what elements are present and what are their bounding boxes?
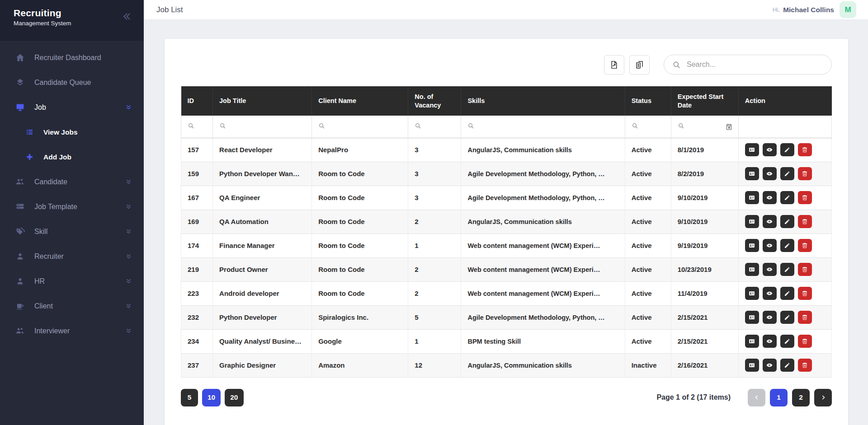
view-button[interactable] [763,287,777,300]
start-date-cell: 8/2/2019 [671,162,738,186]
table-row[interactable]: 237Graphic DesignerAmazon12AngularJS, Co… [181,353,832,377]
search-box[interactable] [664,55,832,75]
export-button[interactable] [604,55,624,75]
copy-columns-button[interactable] [629,55,650,75]
column-header-job-title[interactable]: Job Title [213,86,312,116]
filter-cell-id[interactable] [181,116,213,138]
details-button[interactable] [745,263,759,276]
edit-button[interactable] [780,167,794,180]
edit-button[interactable] [780,311,794,324]
view-button[interactable] [763,143,777,156]
view-button[interactable] [763,167,777,180]
filter-cell-client-name[interactable] [312,116,408,138]
trash-icon [801,314,808,321]
column-header-client-name[interactable]: Client Name [312,86,408,116]
column-header-no-of-vacancy[interactable]: No. of Vacancy [408,86,461,116]
sidebar-item-job[interactable]: Job [0,95,144,120]
details-button[interactable] [745,143,759,156]
column-header-id[interactable]: ID [181,86,213,116]
delete-button[interactable] [798,239,812,252]
table-row[interactable]: 219Product OwnerRoom to Code2Web content… [181,257,832,281]
pencil-icon [783,338,791,345]
edit-button[interactable] [780,191,794,204]
view-button[interactable] [763,335,777,348]
table-row[interactable]: 167QA EngineerRoom to Code3Agile Develop… [181,186,832,210]
search-input[interactable] [687,61,823,69]
delete-button[interactable] [798,215,812,228]
details-button[interactable] [745,359,759,372]
sidebar-item-skill[interactable]: Skill [0,219,144,244]
details-button[interactable] [745,335,759,348]
sidebar-item-recruiter-dashboard[interactable]: Recruiter Dashboard [0,45,144,70]
details-button[interactable] [745,311,759,324]
details-button[interactable] [745,215,759,228]
edit-button[interactable] [780,359,794,372]
prev-page-button[interactable] [748,389,765,406]
sidebar-item-job-template[interactable]: Job Template [0,194,144,219]
column-header-action[interactable]: Action [738,86,831,116]
next-page-button[interactable] [814,389,832,406]
job-title-cell: React Developer [213,138,312,162]
sidebar-item-recruiter[interactable]: Recruiter [0,244,144,269]
details-button[interactable] [745,239,759,252]
delete-button[interactable] [798,167,812,180]
sidebar-subitem-add-job[interactable]: Add Job [0,145,144,169]
edit-button[interactable] [780,263,794,276]
column-header-status[interactable]: Status [625,86,671,116]
page-size-5-button[interactable]: 5 [181,389,198,406]
sidebar-collapse-icon[interactable] [122,11,132,22]
details-button[interactable] [745,191,759,204]
table-row[interactable]: 169QA AutomationRoom to Code2AngularJS, … [181,210,832,234]
view-button[interactable] [763,215,777,228]
filter-cell-job-title[interactable] [213,116,312,138]
page-2-button[interactable]: 2 [792,389,810,406]
sidebar-item-candidate-queue[interactable]: Candidate Queue [0,70,144,95]
avatar[interactable]: M [840,1,856,18]
sidebar-item-hr[interactable]: HR [0,269,144,294]
view-button[interactable] [763,239,777,252]
details-button[interactable] [745,287,759,300]
filter-cell-no-of-vacancy[interactable] [408,116,461,138]
table-row[interactable]: 174Finance ManagerRoom to Code1Web conte… [181,234,832,257]
column-header-expected-start-date[interactable]: Expected Start Date [671,86,738,116]
delete-button[interactable] [798,359,812,372]
user-icon [15,252,25,261]
table-row[interactable]: 223Android developerRoom to Code2Web con… [181,281,832,305]
delete-button[interactable] [798,143,812,156]
view-button[interactable] [763,311,777,324]
delete-button[interactable] [798,263,812,276]
table-row[interactable]: 159Python Developer Wan…Room to Code3Agi… [181,162,832,186]
sidebar-item-interviewer[interactable]: Interviewer [0,318,144,343]
filter-cell-status[interactable] [625,116,671,138]
column-header-skills[interactable]: Skills [461,86,625,116]
status-cell: Active [625,210,671,234]
id-card-icon [748,266,755,273]
page-1-button[interactable]: 1 [770,389,788,406]
delete-button[interactable] [798,287,812,300]
action-cell [738,210,831,234]
page-size-10-button[interactable]: 10 [202,389,221,406]
edit-button[interactable] [780,143,794,156]
filter-cell-expected-start-date[interactable] [671,116,738,138]
view-button[interactable] [763,263,777,276]
edit-button[interactable] [780,287,794,300]
view-button[interactable] [763,191,777,204]
edit-button[interactable] [780,335,794,348]
view-button[interactable] [763,359,777,372]
details-button[interactable] [745,167,759,180]
edit-button[interactable] [780,239,794,252]
delete-button[interactable] [798,191,812,204]
delete-button[interactable] [798,335,812,348]
edit-button[interactable] [780,215,794,228]
sidebar-subitem-view-jobs[interactable]: View Jobs [0,120,144,145]
sidebar-item-candidate[interactable]: Candidate [0,169,144,194]
table-row[interactable]: 157React DeveloperNepalPro3AngularJS, Co… [181,138,832,162]
filter-cell-skills[interactable] [461,116,625,138]
delete-button[interactable] [798,311,812,324]
page-size-20-button[interactable]: 20 [225,389,243,406]
table-row[interactable]: 234Quality Analyst/ Busine…Google1BPM te… [181,329,832,353]
sidebar-item-client[interactable]: Client [0,294,144,318]
calendar-icon[interactable] [725,123,733,131]
chevrons-down-icon [125,178,132,185]
table-row[interactable]: 232Python DeveloperSpiralogics Inc.5Agil… [181,305,832,329]
